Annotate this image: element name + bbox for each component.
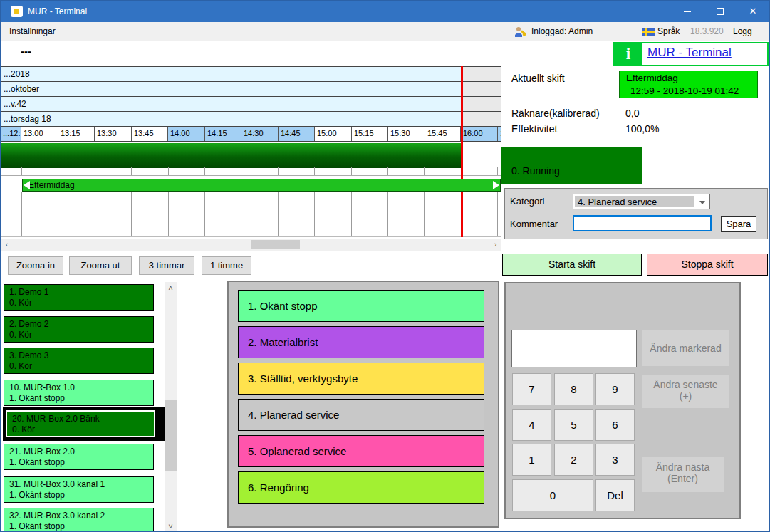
time-cell: 14:15: [205, 127, 241, 141]
time-cell: 16:00: [461, 127, 498, 141]
time-scale-row: ...12: 13:00 13:15 13:30 13:45 14:00 14:…: [1, 126, 501, 142]
save-button[interactable]: Spara: [721, 216, 756, 232]
machine-list-scrollbar[interactable]: ˄ ˅: [165, 282, 177, 532]
numpad-key-8[interactable]: 8: [554, 373, 593, 405]
scale-row-week: ...v.42: [1, 96, 501, 111]
scale-row-day: ...torsdag 18: [1, 111, 501, 126]
change-next-button[interactable]: Ändra nästa (Enter): [642, 457, 724, 492]
numpad-key-0[interactable]: 0: [512, 479, 593, 511]
three-hours-button[interactable]: 3 timmar: [139, 256, 194, 275]
numpad-display[interactable]: [511, 330, 637, 367]
numpad-key-del[interactable]: Del: [595, 479, 635, 511]
category-select-value: 4. Planerad service: [575, 196, 694, 207]
app-window: MUR - Terminal ✕ Inställningar Inloggad:…: [0, 0, 770, 532]
stop-category-panel: 1. Okänt stopp 2. Materialbrist 3. Ställ…: [227, 281, 499, 528]
category-button-3[interactable]: 3. Ställtid, verktygsbyte: [238, 363, 484, 395]
time-cell: 14:00: [168, 127, 205, 141]
machine-item-selected[interactable]: 20. MUR-Box 2.0 Bänk0. Kör: [5, 410, 156, 438]
numpad-panel: Ändra markerad Ändra senaste (+) 7 8 9 4…: [504, 282, 741, 519]
numpad-key-7[interactable]: 7: [512, 373, 551, 405]
scrollbar-thumb[interactable]: [251, 240, 300, 249]
machine-item[interactable]: 32. MUR-Box 3.0 kanal 21. Okänt stopp: [4, 508, 154, 532]
zoom-out-button[interactable]: Zooma ut: [69, 256, 132, 275]
numpad-key-5[interactable]: 5: [554, 409, 593, 441]
machine-item[interactable]: 31. MUR-Box 3.0 kanal 11. Okänt stopp: [4, 476, 154, 503]
machine-item[interactable]: 21. MUR-Box 2.01. Okänt stopp: [4, 444, 154, 470]
numpad-key-9[interactable]: 9: [595, 373, 635, 405]
time-cell: 1: [498, 127, 501, 141]
title-bar: MUR - Terminal ✕: [1, 1, 769, 22]
shift-timeline-bar[interactable]: Eftermiddag: [22, 179, 501, 192]
current-shift-label: Aktuellt skift: [511, 73, 565, 84]
scroll-right-icon[interactable]: ›: [489, 239, 501, 251]
category-button-5[interactable]: 5. Oplanerad service: [238, 435, 484, 467]
numpad-key-3[interactable]: 3: [595, 444, 635, 476]
numpad-key-6[interactable]: 6: [595, 409, 635, 441]
time-cell: ...12:: [1, 127, 21, 141]
scroll-up-icon[interactable]: ˄: [165, 282, 177, 294]
category-select[interactable]: 4. Planerad service: [573, 194, 710, 209]
change-last-button[interactable]: Ändra senaste (+): [642, 375, 729, 408]
efficiency-value: 100,0%: [625, 123, 659, 135]
machine-state-box: 0. Running: [501, 147, 642, 184]
start-shift-button[interactable]: Starta skift: [502, 254, 642, 276]
menu-language[interactable]: Språk: [657, 22, 680, 41]
category-button-2[interactable]: 2. Materialbrist: [238, 326, 484, 358]
category-button-6[interactable]: 6. Rengöring: [238, 471, 484, 504]
swedish-flag-icon: [642, 28, 655, 36]
category-select-label: Kategori: [510, 196, 544, 207]
stop-shift-button[interactable]: Stoppa skift: [647, 254, 768, 276]
timeline-grid: [1, 192, 501, 237]
comment-input[interactable]: [573, 215, 712, 231]
menu-bar: Inställningar Inloggad: Admin Språk 18.3…: [1, 22, 769, 41]
scroll-down-icon[interactable]: ˅: [165, 521, 177, 532]
machine-item[interactable]: 1. Demo 10. Kör: [4, 284, 154, 311]
scroll-left-icon[interactable]: ‹: [1, 239, 13, 251]
machine-item[interactable]: 10. MUR-Box 1.01. Okänt stopp: [4, 380, 154, 406]
info-box: i MUR - Terminal: [613, 42, 769, 66]
comment-label: Kommentar: [510, 219, 558, 229]
stop-edit-panel: Kategori 4. Planerad service Kommentar S…: [504, 188, 768, 239]
machine-item[interactable]: 2. Demo 20. Kör: [4, 316, 154, 343]
info-icon: i: [615, 43, 642, 65]
menu-settings[interactable]: Inställningar: [9, 22, 56, 41]
user-icon: [514, 26, 527, 37]
time-cell: 15:00: [315, 127, 352, 141]
scale-row-month: ...oktober: [1, 81, 501, 96]
numpad-key-1[interactable]: 1: [512, 444, 551, 476]
maximize-button[interactable]: [704, 1, 737, 22]
machine-item[interactable]: 3. Demo 30. Kör: [4, 348, 154, 374]
change-marked-button[interactable]: Ändra markerad: [642, 330, 729, 366]
close-button[interactable]: ✕: [737, 1, 769, 22]
version-label: 18.3.920: [690, 22, 724, 41]
zoom-in-button[interactable]: Zooma in: [8, 256, 63, 275]
scrollbar-thumb[interactable]: [165, 400, 177, 471]
scale-row-year: ...2018: [1, 66, 501, 81]
current-shift-box: Eftermiddag 12:59 - 2018-10-19 01:42: [619, 71, 758, 98]
numpad-key-2[interactable]: 2: [554, 444, 593, 476]
numpad-key-4[interactable]: 4: [512, 409, 551, 441]
category-button-1[interactable]: 1. Okänt stopp: [238, 290, 484, 322]
shift-bar-right-arrow-icon[interactable]: [493, 181, 499, 189]
time-cell: 13:00: [21, 127, 58, 141]
time-cell: 15:30: [388, 127, 425, 141]
mur-terminal-link[interactable]: MUR - Terminal: [647, 46, 732, 60]
time-cell: 14:45: [279, 127, 315, 141]
category-button-4[interactable]: 4. Planerad service: [238, 399, 484, 431]
time-cell: 13:30: [95, 127, 132, 141]
timeline-horizontal-scrollbar[interactable]: ‹ ›: [1, 239, 501, 251]
time-cell: 13:45: [132, 127, 168, 141]
counter-value: 0,0: [625, 108, 639, 119]
one-hour-button[interactable]: 1 timme: [202, 256, 251, 275]
app-icon: [11, 6, 23, 17]
shift-bar-left-arrow-icon[interactable]: [24, 181, 30, 189]
menu-log[interactable]: Logg: [733, 22, 752, 41]
minimize-button[interactable]: [671, 1, 704, 22]
time-cell: 15:15: [352, 127, 388, 141]
time-cell: 13:15: [58, 127, 95, 141]
counter-label: Räknare(kalibrerad): [511, 108, 600, 119]
time-cell: 14:30: [241, 127, 279, 141]
selected-machine-label: ---: [21, 45, 31, 57]
chevron-down-icon: [699, 201, 705, 204]
window-title: MUR - Terminal: [28, 1, 87, 22]
